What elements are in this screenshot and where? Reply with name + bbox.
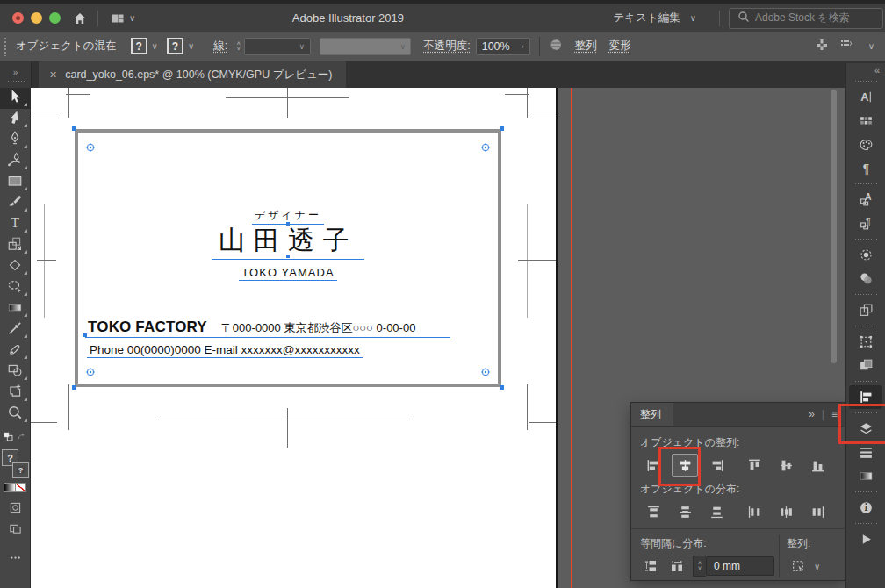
align-panel-icon[interactable] — [849, 385, 882, 409]
text-anchor[interactable] — [83, 333, 87, 337]
swap-fill-stroke-icon[interactable] — [16, 430, 27, 446]
align-horizontal-right-button[interactable] — [703, 454, 730, 477]
dock-group-grip[interactable] — [854, 491, 877, 494]
chevron-down-icon[interactable]: ∨ — [129, 13, 135, 23]
fill-stroke-proxy[interactable]: ?? — [0, 446, 31, 477]
gradient-swatch[interactable] — [4, 483, 16, 492]
default-fill-stroke-icon[interactable] — [3, 430, 14, 446]
none-swatch[interactable] — [16, 483, 27, 492]
card-romaji-text[interactable]: TOKO YAMADA — [78, 266, 498, 281]
color-panel-icon[interactable] — [849, 133, 882, 156]
pathfinder-panel-icon[interactable] — [849, 354, 882, 377]
stroke-panel-icon[interactable] — [849, 441, 882, 464]
distribute-horizontal-space-button[interactable] — [666, 555, 687, 577]
dock-group-grip[interactable] — [854, 412, 877, 415]
stroke-weight-stepper[interactable]: ˄˅ — [233, 38, 244, 55]
control-panel-menu-icon[interactable] — [839, 38, 853, 54]
shape-builder-tool-button[interactable] — [0, 362, 31, 383]
rectangle-tool-button[interactable] — [0, 172, 31, 193]
dock-group-grip[interactable] — [854, 380, 877, 384]
dock-group-grip[interactable] — [854, 183, 877, 186]
distribute-vertical-bottom-button[interactable] — [703, 500, 730, 523]
text-anchor[interactable] — [286, 255, 290, 258]
chevron-down-icon[interactable]: ∨ — [188, 41, 194, 51]
selection-anchor[interactable] — [500, 126, 504, 131]
distribute-horizontal-left-button[interactable] — [741, 500, 767, 523]
minimize-window-button[interactable] — [31, 12, 42, 24]
edit-toolbar-button[interactable] — [0, 546, 31, 569]
document-sphere-icon[interactable] — [549, 38, 563, 54]
align-horizontal-center-button[interactable] — [672, 454, 698, 477]
align-horizontal-left-button[interactable] — [640, 454, 666, 477]
properties-panel-icon[interactable] — [849, 298, 882, 322]
selection-tool-button[interactable] — [0, 88, 31, 109]
vertical-scrollbar[interactable] — [831, 90, 837, 363]
distribute-horizontal-right-button[interactable] — [804, 500, 831, 523]
dock-group-grip[interactable] — [854, 325, 877, 328]
collapse-dock-icon[interactable]: « — [874, 65, 880, 75]
spacing-value-field[interactable]: 0 mm — [706, 556, 774, 576]
panel-menu-icon[interactable]: ≡ — [831, 408, 838, 420]
dock-group-grip[interactable] — [854, 80, 877, 83]
workspace-switcher[interactable]: テキスト編集 ∨ — [614, 11, 697, 25]
panel-grip[interactable] — [4, 37, 7, 56]
eraser-tool-button[interactable] — [0, 256, 31, 277]
dock-group-grip[interactable] — [854, 238, 877, 241]
info-panel-icon[interactable]: i — [849, 496, 882, 520]
distribute-horizontal-center-button[interactable] — [773, 500, 799, 523]
adobe-stock-search[interactable]: Adobe Stock を検索 — [729, 8, 883, 29]
align-panel-tab[interactable]: 整列 — [631, 403, 673, 426]
character-panel-icon[interactable]: A — [849, 85, 882, 109]
card-contact-line[interactable]: Phone 00(0000)0000 E-mail xxxxxxx@xxxxxx… — [87, 343, 363, 358]
transform-panel-icon[interactable] — [849, 330, 882, 354]
align-vertical-top-button[interactable] — [741, 454, 767, 477]
opacity-field[interactable]: 100%› — [476, 38, 530, 55]
stroke-weight-field[interactable]: ∨ — [244, 38, 311, 55]
character-styles-panel-icon[interactable]: A — [849, 188, 882, 212]
gradient-panel-icon[interactable] — [849, 464, 882, 488]
close-window-button[interactable] — [12, 12, 24, 24]
gradient-tool-button[interactable] — [0, 298, 31, 319]
align-vertical-bottom-button[interactable] — [804, 454, 831, 477]
dock-group-grip[interactable] — [854, 293, 877, 297]
home-icon[interactable] — [73, 11, 87, 25]
chevron-down-icon[interactable]: ∨ — [814, 562, 820, 571]
selection-anchor[interactable] — [500, 385, 504, 390]
artboard-tool-button[interactable] — [0, 383, 31, 404]
distribute-vertical-space-button[interactable] — [640, 555, 661, 577]
swatches-panel-icon[interactable] — [849, 109, 882, 133]
paragraph-styles-panel-icon[interactable]: ¶ — [849, 212, 882, 235]
artboard-page[interactable]: デザイナー 山田透子 TOKO YAMADA TOKO FACTORY〒000-… — [31, 88, 556, 588]
collapse-panel-icon[interactable]: » — [809, 408, 815, 420]
warp-tool-button[interactable] — [0, 341, 31, 362]
fill-color-swatch[interactable]: ? — [131, 38, 148, 54]
close-tab-icon[interactable]: ✕ — [49, 69, 57, 81]
align-link[interactable]: 整列 — [575, 39, 597, 54]
canvas[interactable]: デザイナー 山田透子 TOKO YAMADA TOKO FACTORY〒000-… — [31, 88, 845, 588]
type-tool-button[interactable]: T — [0, 214, 31, 235]
stroke-proxy-swatch[interactable]: ? — [13, 463, 28, 477]
transform-link[interactable]: 変形 — [609, 39, 631, 54]
distribute-vertical-center-button[interactable] — [672, 500, 698, 523]
zoom-window-button[interactable] — [49, 12, 61, 24]
free-transform-tool-button[interactable] — [0, 235, 31, 256]
layers-panel-icon[interactable] — [849, 417, 882, 441]
business-card-object[interactable]: デザイナー 山田透子 TOKO YAMADA TOKO FACTORY〒000-… — [75, 129, 501, 387]
document-tab[interactable]: ✕ card_yoko_06.eps* @ 100% (CMYK/GPU プレビ… — [39, 61, 346, 88]
toolbar-grip[interactable] — [7, 80, 25, 82]
shaper-tool-button[interactable] — [0, 277, 31, 298]
curvature-tool-button[interactable] — [0, 151, 31, 172]
stroke-color-swatch[interactable]: ? — [167, 38, 183, 54]
actions-panel-icon[interactable] — [849, 527, 882, 551]
paintbrush-tool-button[interactable] — [0, 193, 31, 214]
arrange-documents-icon[interactable] — [111, 11, 125, 25]
distribute-vertical-top-button[interactable] — [640, 500, 666, 523]
opacity-label[interactable]: 不透明度: — [423, 39, 470, 54]
selection-anchor[interactable] — [72, 126, 76, 131]
chevron-down-icon[interactable]: ∨ — [152, 41, 158, 51]
toolbar-overflow-icon[interactable]: » — [13, 68, 18, 77]
pen-tool-button[interactable] — [0, 130, 31, 151]
align-center-dashboard-icon[interactable] — [815, 38, 829, 54]
paragraph-panel-icon[interactable]: ¶ — [849, 156, 882, 180]
direct-selection-tool-button[interactable] — [0, 109, 31, 130]
